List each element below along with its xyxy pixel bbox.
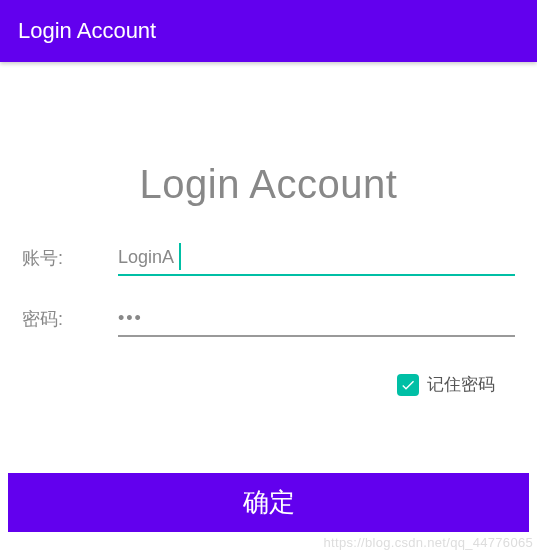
- remember-label: 记住密码: [427, 373, 495, 396]
- password-input-wrap: •••: [118, 304, 515, 337]
- password-label: 密码:: [22, 307, 118, 337]
- password-input[interactable]: •••: [118, 304, 515, 337]
- username-input-wrap: [118, 243, 515, 276]
- remember-checkbox[interactable]: [397, 374, 419, 396]
- watermark: https://blog.csdn.net/qq_44776065: [324, 535, 533, 550]
- remember-row: 记住密码: [18, 365, 519, 396]
- username-row: 账号:: [18, 243, 519, 276]
- app-bar-title: Login Account: [18, 18, 156, 43]
- form-heading: Login Account: [18, 162, 519, 207]
- login-form: Login Account 账号: 密码: ••• 记住密码: [0, 62, 537, 396]
- username-input[interactable]: [118, 243, 515, 276]
- text-cursor: [179, 243, 181, 270]
- app-bar: Login Account: [0, 0, 537, 62]
- username-label: 账号:: [22, 246, 118, 276]
- confirm-button[interactable]: 确定: [8, 473, 529, 532]
- password-row: 密码: •••: [18, 304, 519, 337]
- checkmark-icon: [400, 377, 416, 393]
